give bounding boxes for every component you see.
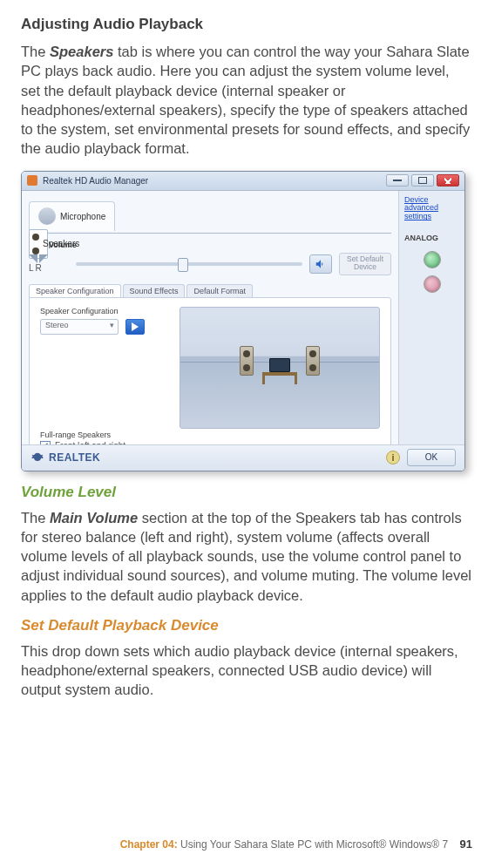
text: The: [21, 510, 50, 526]
window-title: Realtek HD Audio Manager: [43, 176, 386, 186]
chapter-label: Chapter 04:: [120, 838, 178, 851]
ok-button[interactable]: OK: [407, 449, 456, 466]
side-panel: Device advanced settings ANALOG: [398, 191, 464, 444]
device-advanced-settings-link[interactable]: Device advanced settings: [404, 196, 459, 222]
maximize-button[interactable]: [411, 174, 434, 186]
app-icon: [27, 175, 37, 186]
section-heading: Adjusting Audio Playback: [21, 16, 472, 33]
balance-control[interactable]: [29, 254, 69, 263]
minimize-button[interactable]: [386, 174, 409, 186]
left-speaker-icon[interactable]: [240, 346, 254, 376]
analog-jack-green[interactable]: [424, 251, 441, 268]
close-button[interactable]: [437, 174, 459, 186]
page-footer: Chapter 04: Using Your Sahara Slate PC w…: [0, 837, 488, 851]
info-icon[interactable]: i: [386, 451, 400, 465]
speaker-config-select[interactable]: Stereo: [40, 319, 119, 335]
subtab-speaker-configuration[interactable]: Speaker Configuration: [29, 284, 121, 297]
chapter-title: Using Your Sahara Slate PC with Microsof…: [178, 838, 448, 851]
subtab-default-format[interactable]: Default Format: [186, 284, 253, 297]
analog-label: ANALOG: [404, 234, 459, 242]
volume-paragraph: The Main Volume section at the top of th…: [21, 508, 472, 605]
tab-label: Speakers: [43, 239, 79, 248]
audio-manager-screenshot: Realtek HD Audio Manager Speakers Microp…: [21, 171, 465, 471]
page-number: 91: [460, 837, 472, 851]
volume-slider[interactable]: [76, 262, 302, 266]
bottom-bar: REALTEK i OK: [22, 444, 464, 471]
mute-button[interactable]: [309, 254, 332, 274]
speaker-volume-icon: [315, 258, 327, 270]
tab-microphone[interactable]: Microphone: [29, 201, 115, 231]
room-illustration: [180, 307, 380, 429]
set-default-device-button[interactable]: Set Default Device: [339, 253, 391, 275]
tab-label: Microphone: [60, 212, 105, 221]
fullrange-label: Full-range Speakers: [40, 431, 380, 439]
realtek-logo: REALTEK: [30, 451, 100, 465]
speaker-configuration-panel: Speaker Configuration Stereo Full-range …: [29, 297, 391, 465]
main-volume-label: Main Volume: [29, 241, 391, 249]
balance-r-label: R: [36, 263, 42, 273]
default-device-heading: Set Default Playback Device: [21, 617, 472, 634]
crab-icon: [30, 451, 44, 465]
subtab-sound-effects[interactable]: Sound Effects: [123, 284, 186, 297]
balance-l-label: L: [29, 263, 34, 273]
text: tab is where you can control the way you…: [21, 44, 470, 156]
default-device-paragraph: This drop down sets which audio playback…: [21, 641, 472, 700]
microphone-icon: [38, 207, 56, 225]
window-titlebar: Realtek HD Audio Manager: [22, 172, 464, 191]
monitor-icon: [269, 358, 290, 372]
test-play-button[interactable]: [125, 319, 145, 335]
main-volume-term: Main Volume: [50, 510, 138, 526]
right-speaker-icon[interactable]: [306, 346, 320, 376]
analog-jack-pink[interactable]: [424, 275, 441, 293]
lead-paragraph: The Speakers tab is where you can contro…: [21, 42, 472, 159]
speakers-term: Speakers: [50, 44, 113, 59]
text: The: [21, 44, 50, 59]
volume-level-heading: Volume Level: [21, 484, 472, 501]
brand-text: REALTEK: [49, 451, 100, 464]
